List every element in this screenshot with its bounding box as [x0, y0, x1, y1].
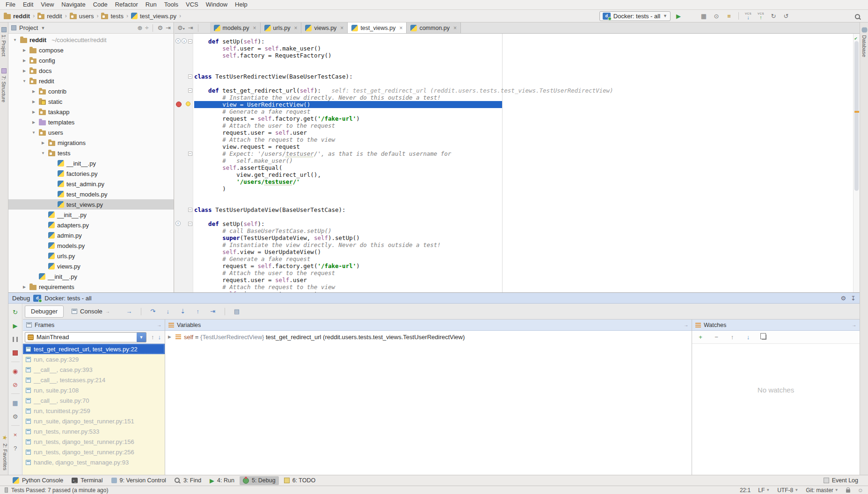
menu-item-run[interactable]: Run: [142, 0, 160, 9]
resume-button[interactable]: ▶: [11, 321, 20, 330]
tree-item-tests[interactable]: ▼tests: [8, 148, 174, 158]
toolwindow-python-console[interactable]: Python Console: [9, 476, 66, 485]
toolwindow-4-run[interactable]: ▶4: Run: [206, 476, 238, 485]
coverage-button[interactable]: ▦: [699, 11, 708, 21]
settings-button[interactable]: ⚙: [11, 412, 20, 421]
rearrange-button[interactable]: ≡: [724, 11, 734, 21]
menu-item-vcs[interactable]: VCS: [182, 0, 202, 9]
force-step-into-button[interactable]: ⇣: [178, 307, 188, 316]
frame-row[interactable]: run_suite, django_test_runner.py:151: [23, 416, 165, 426]
tree-open-arrow-icon[interactable]: ▼: [40, 151, 46, 155]
evaluate-button[interactable]: ▤: [232, 307, 241, 316]
pin-icon[interactable]: →: [684, 322, 688, 327]
chevron-down-icon[interactable]: ▼: [41, 26, 45, 30]
debug-tab-debugger[interactable]: Debugger: [25, 305, 64, 318]
tree-item-test_admin-py[interactable]: test_admin.py: [8, 179, 174, 189]
tree-item-urls-py[interactable]: urls.py: [8, 251, 174, 261]
debug-button[interactable]: [686, 11, 696, 21]
code-editor[interactable]: ↑↓− def setUp(self): self.user = self.ma…: [175, 34, 860, 292]
menu-item-view[interactable]: View: [37, 0, 58, 9]
run-button[interactable]: ▶: [674, 11, 683, 21]
frame-row[interactable]: __call__, testcases.py:214: [23, 375, 165, 385]
tree-item-factories-py[interactable]: factories.py: [8, 168, 174, 179]
fold-marker-icon[interactable]: −: [188, 74, 192, 79]
local-history-button[interactable]: ↻: [769, 11, 778, 21]
fold-marker-icon[interactable]: −: [188, 208, 192, 212]
menu-item-help[interactable]: Help: [231, 0, 251, 9]
tree-item-taskapp[interactable]: ▶taskapp: [8, 107, 174, 117]
rerun-button[interactable]: ↻: [11, 307, 20, 317]
view-breakpoints-button[interactable]: ◉: [11, 366, 20, 376]
tree-closed-arrow-icon[interactable]: ▶: [22, 69, 27, 73]
variable-row-self[interactable]: ▶ self = {TestUserRedirectView} test_get…: [165, 331, 692, 342]
sidebar-tab-project[interactable]: 1: Project: [1, 27, 7, 56]
close-tab-icon[interactable]: ×: [453, 25, 457, 31]
tree-item-adapters-py[interactable]: adapters.py: [8, 220, 174, 230]
editor-tab-urls-py[interactable]: urls.py×: [261, 22, 302, 33]
hide-tabs-icon[interactable]: ⇥: [188, 25, 193, 31]
overriding-method-icon[interactable]: ↑: [175, 221, 181, 226]
tree-item-requirements[interactable]: ▶requirements: [8, 282, 174, 292]
close-tab-icon[interactable]: ×: [253, 25, 256, 31]
locate-icon[interactable]: ⊕: [137, 25, 142, 31]
frame-up-icon[interactable]: ↑: [151, 334, 154, 340]
editor-tab-test_views-py[interactable]: test_views.py×: [348, 22, 407, 33]
frame-row[interactable]: __call__, suite.py:70: [23, 395, 165, 406]
fold-marker-icon[interactable]: −: [188, 222, 192, 226]
hide-debug-panel-icon[interactable]: ↧: [851, 295, 856, 301]
down-watch-button[interactable]: ↓: [744, 333, 753, 342]
up-watch-button[interactable]: ↑: [728, 333, 737, 342]
tree-item-contrib[interactable]: ▶contrib: [8, 86, 174, 96]
encoding-select[interactable]: UTF-8▼: [777, 487, 798, 494]
menu-item-edit[interactable]: Edit: [19, 0, 37, 9]
caret-position[interactable]: 22:1: [740, 487, 751, 494]
tree-item-__init__-py[interactable]: __init__.py: [8, 158, 174, 168]
search-everywhere-button[interactable]: [853, 12, 862, 22]
help-button[interactable]: ?: [11, 443, 20, 453]
frame-down-icon[interactable]: ↓: [158, 334, 161, 340]
tree-closed-arrow-icon[interactable]: ▶: [31, 110, 36, 114]
tree-item-__init__-py[interactable]: __init__.py: [8, 210, 174, 220]
hector-inspector-icon[interactable]: ☺: [858, 487, 863, 493]
toolwindow-6-todo[interactable]: 6: TODO: [281, 476, 319, 485]
duplicate-watch-button[interactable]: [759, 333, 769, 342]
step-into-button[interactable]: ↓: [163, 307, 173, 316]
status-message[interactable]: Tests Passed: 7 passed (a minute ago): [11, 487, 108, 494]
tree-item-config[interactable]: ▶config: [8, 55, 174, 65]
frame-row[interactable]: run_tests, django_test_runner.py:156: [23, 436, 165, 447]
git-branch-select[interactable]: Git: master▼: [806, 487, 839, 494]
pin-icon[interactable]: →: [105, 309, 110, 314]
menu-item-navigate[interactable]: Navigate: [58, 0, 89, 9]
intention-bulb-icon[interactable]: [186, 102, 190, 106]
line-ending-select[interactable]: LF▼: [758, 487, 770, 494]
frame-row[interactable]: run, suite.py:108: [23, 385, 165, 395]
collapse-all-icon[interactable]: ÷: [145, 25, 148, 31]
readonly-lock-icon[interactable]: [846, 489, 850, 493]
tree-closed-arrow-icon[interactable]: ▶: [31, 120, 36, 124]
tree-item-templates[interactable]: ▶templates: [8, 117, 174, 127]
toolwindow-5-debug[interactable]: 5: Debug: [240, 476, 279, 485]
close-tab-icon[interactable]: ×: [399, 25, 402, 31]
frame-row[interactable]: __call__, case.py:393: [23, 364, 165, 375]
tree-item-docs[interactable]: ▶docs: [8, 65, 174, 76]
vcs-update-button[interactable]: [744, 11, 753, 21]
tree-item-migrations[interactable]: ▶migrations: [8, 138, 174, 148]
menu-item-refactor[interactable]: Refactor: [111, 0, 142, 9]
pin-icon[interactable]: →: [852, 322, 856, 327]
remove-watch-button[interactable]: −: [712, 333, 721, 342]
editor-tab-common-py[interactable]: common.py×: [407, 22, 461, 33]
tree-closed-arrow-icon[interactable]: ▶: [22, 58, 27, 63]
profiler-button[interactable]: ⊙: [712, 11, 721, 21]
sidebar-tab-database[interactable]: Database: [861, 27, 867, 57]
breadcrumb-reddit[interactable]: reddit: [37, 13, 62, 20]
editor-tab-models-py[interactable]: models.py×: [210, 22, 261, 33]
run-configuration-select[interactable]: Docker: tests - all ▼: [599, 11, 671, 21]
frame-row[interactable]: run_tests, django_test_runner.py:256: [23, 447, 165, 457]
tree-closed-arrow-icon[interactable]: ▶: [31, 100, 36, 104]
tree-open-arrow-icon[interactable]: ▼: [22, 79, 27, 83]
editor-scrollbar[interactable]: ✔: [853, 34, 860, 292]
fold-marker-icon[interactable]: −: [188, 88, 192, 93]
close-button[interactable]: ×: [11, 430, 20, 439]
toolwindow-event-log[interactable]: Event Log: [820, 476, 861, 485]
tree-item-reddit[interactable]: ▼reddit~/cookiecutter/reddit: [8, 35, 174, 45]
